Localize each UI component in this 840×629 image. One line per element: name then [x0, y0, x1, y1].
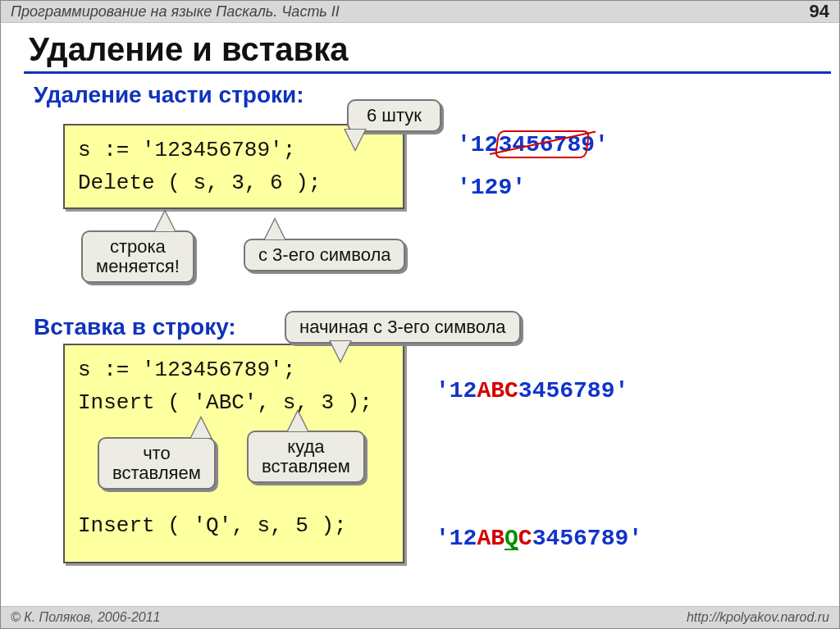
page-number: 94: [810, 1, 829, 22]
result-segment: 3456789': [518, 378, 628, 403]
result-segment-inserted: ABC: [477, 378, 518, 403]
callout-tail: [263, 217, 286, 240]
callout-start-third: начиная с 3-его символа: [285, 311, 521, 344]
result-segment-inserted: C: [518, 526, 532, 551]
code-line: Delete ( s, 3, 6 );: [78, 166, 390, 199]
callout-count: 6 штук: [347, 99, 441, 132]
doc-title: Программирование на языке Паскаль. Часть…: [11, 1, 340, 22]
result-segment: '12: [436, 526, 477, 551]
copyright: © К. Поляков, 2006-2011: [11, 607, 160, 628]
callout-tail: [286, 409, 309, 432]
callout-text: начиная с 3-его символа: [299, 317, 506, 337]
title-rule: [24, 71, 831, 74]
callout-tail: [329, 340, 352, 363]
result-insert-2: '12ABQC3456789': [436, 526, 642, 551]
code-line: s := '123456789';: [78, 134, 390, 166]
callout-text: с 3-его символа: [258, 244, 390, 265]
callout-tail: [189, 416, 212, 439]
result-segment-inserted: AB: [477, 526, 504, 551]
result-segment: '12: [436, 378, 477, 403]
footer-url: http://kpolyakov.narod.ru: [687, 607, 829, 628]
callout-string-changes: строка меняется!: [81, 230, 194, 283]
callout-text: вставляем: [262, 457, 350, 476]
result-segment-inserted-q: Q: [504, 529, 518, 550]
code-line: Insert ( 'ABC', s, 3 );: [78, 386, 390, 419]
callout-where-insert: куда вставляем: [247, 431, 365, 483]
callout-tail: [153, 209, 176, 232]
result-delete-after: '129': [457, 175, 526, 200]
callout-what-insert: что вставляем: [98, 437, 216, 490]
slide-title: Удаление и вставка: [29, 31, 839, 68]
callout-tail: [344, 129, 367, 152]
callout-text: куда: [262, 437, 350, 457]
header-bar: Программирование на языке Паскаль. Часть…: [1, 1, 839, 23]
result-insert-1: '12ABC3456789': [436, 378, 628, 403]
callout-text: что: [112, 444, 201, 463]
callout-text: строка: [96, 237, 180, 257]
code-line: Insert ( 'Q', s, 5 );: [78, 509, 390, 542]
callout-text: меняется!: [96, 257, 180, 276]
callout-text: вставляем: [112, 463, 201, 483]
section-insert-title: Вставка в строку:: [34, 314, 236, 340]
result-segment: 3456789': [532, 526, 642, 551]
footer-bar: © К. Поляков, 2006-2011 http://kpolyakov…: [1, 606, 839, 628]
callout-from-third: с 3-его символа: [244, 239, 405, 271]
callout-text: 6 штук: [367, 105, 422, 125]
